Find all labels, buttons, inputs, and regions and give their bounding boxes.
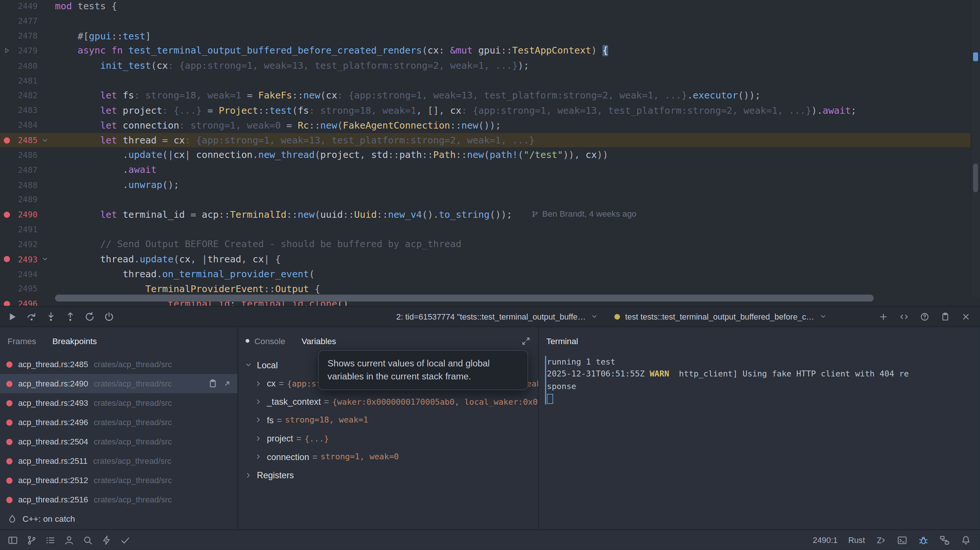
code-text[interactable]: thread.on_terminal_provider_event( bbox=[55, 268, 315, 279]
line-number[interactable]: 2495 bbox=[14, 284, 38, 293]
debugger-toggle-icon[interactable] bbox=[918, 535, 929, 545]
line-number[interactable]: 2480 bbox=[14, 61, 38, 70]
breakpoint-list-item[interactable]: acp_thread.rs:2490crates/acp_thread/src bbox=[0, 374, 237, 393]
fold-chevron-icon[interactable] bbox=[38, 136, 52, 144]
exception-breakpoint-row[interactable]: C++: on catch bbox=[8, 514, 75, 524]
language-selector[interactable]: Rust bbox=[848, 535, 865, 544]
code-line[interactable]: 2484 let connection: strong=1, weak=0 = … bbox=[0, 118, 971, 133]
line-number[interactable]: 2492 bbox=[14, 240, 38, 249]
tab-variables[interactable]: Variables bbox=[302, 336, 336, 346]
terminal-output[interactable]: running 1 test2025-12-31T06:51:55Z WARN … bbox=[547, 356, 977, 529]
code-line[interactable]: 2480 init_test(cx: {app:strong=1, weak=1… bbox=[0, 58, 971, 73]
notifications-bell-icon[interactable] bbox=[961, 535, 972, 545]
tab-breakpoints[interactable]: Breakpoints bbox=[52, 336, 97, 346]
breakpoint-list-item[interactable]: acp_thread.rs:2485crates/acp_thread/src bbox=[0, 355, 237, 374]
close-panel-button[interactable] bbox=[957, 308, 974, 325]
terminal-toggle-icon[interactable] bbox=[897, 535, 908, 545]
code-editor[interactable]: 2449mod tests {24772478 #[gpui::test]247… bbox=[0, 0, 980, 306]
edit-prediction-icon[interactable] bbox=[875, 535, 886, 545]
line-number[interactable]: 2490 bbox=[14, 210, 38, 219]
tab-terminal[interactable]: Terminal bbox=[546, 336, 578, 346]
search-icon[interactable] bbox=[83, 535, 93, 545]
breakpoint-list-item[interactable]: acp_thread.rs:2511crates/acp_thread/src bbox=[0, 451, 237, 471]
fold-chevron-icon[interactable] bbox=[38, 255, 52, 263]
line-number[interactable]: 2496 bbox=[14, 299, 38, 306]
code-text[interactable]: thread.update(cx, |thread, cx| { bbox=[55, 254, 281, 265]
stop-button[interactable] bbox=[100, 308, 117, 325]
restart-button[interactable] bbox=[81, 308, 97, 325]
code-line[interactable]: 2492 // Send Output BEFORE Created - sho… bbox=[0, 237, 971, 252]
code-text[interactable]: let project: {...} = Project::test(fs: s… bbox=[55, 105, 856, 116]
code-line[interactable]: 2478 #[gpui::test] bbox=[0, 29, 971, 43]
breakpoint-dot[interactable] bbox=[0, 301, 14, 306]
variable-row[interactable]: _task_context={waker:0x0000000170005ab0,… bbox=[238, 392, 538, 411]
line-number[interactable]: 2482 bbox=[14, 91, 38, 100]
line-number[interactable]: 2478 bbox=[14, 31, 38, 41]
line-number[interactable]: 2477 bbox=[14, 16, 38, 25]
code-text[interactable]: mod tests { bbox=[55, 1, 117, 12]
code-text[interactable]: TerminalProviderEvent::Output { bbox=[55, 284, 320, 295]
line-number[interactable]: 2493 bbox=[14, 255, 38, 264]
line-number[interactable]: 2489 bbox=[14, 195, 38, 204]
code-line[interactable]: 2493 thread.update(cx, |thread, cx| { bbox=[0, 252, 971, 267]
agent-flow-icon[interactable] bbox=[939, 535, 950, 545]
line-number[interactable]: 2485 bbox=[14, 136, 38, 145]
code-text[interactable]: .await bbox=[55, 164, 157, 175]
outline-list-icon[interactable] bbox=[45, 535, 56, 545]
copy-button[interactable] bbox=[937, 308, 953, 325]
vertical-scrollbar[interactable] bbox=[971, 0, 980, 297]
code-line[interactable]: 2482 let fs: strong=18, weak=1 = FakeFs:… bbox=[0, 88, 971, 103]
code-text[interactable]: init_test(cx: {app:strong=1, weak=13, te… bbox=[55, 60, 529, 71]
code-line[interactable]: 2490 let terminal_id = acp::TerminalId::… bbox=[0, 207, 971, 222]
collab-icon[interactable] bbox=[64, 535, 75, 545]
session-dropdown[interactable]: test tests::test_terminal_output_buffere… bbox=[615, 312, 827, 321]
variable-row[interactable]: connection=strong=1, weak=0 bbox=[238, 447, 538, 466]
code-text[interactable]: let connection: strong=1, weak=0 = Rc::n… bbox=[55, 120, 501, 131]
code-line[interactable]: 2494 thread.on_terminal_provider_event( bbox=[0, 267, 971, 282]
breakpoint-dot[interactable] bbox=[0, 256, 14, 262]
scrollbar-thumb[interactable] bbox=[973, 163, 978, 192]
code-button[interactable] bbox=[896, 308, 912, 325]
code-line[interactable]: 2485 let thread = cx: {app:strong=1, wea… bbox=[0, 133, 971, 147]
tab-console[interactable]: Console bbox=[255, 336, 285, 346]
new-session-button[interactable] bbox=[875, 308, 891, 325]
code-text[interactable]: .update(|cx| connection.new_thread(proje… bbox=[55, 149, 608, 160]
breakpoint-list-item[interactable]: acp_thread.rs:2496crates/acp_thread/src bbox=[0, 412, 237, 432]
code-line[interactable]: 2488 .unwrap(); bbox=[0, 177, 971, 192]
line-number[interactable]: 2488 bbox=[14, 180, 38, 190]
expand-panel-button[interactable] bbox=[521, 336, 531, 346]
breakpoint-list-item[interactable]: acp_thread.rs:2516crates/acp_thread/src bbox=[0, 490, 237, 509]
thread-dropdown[interactable]: 2: tid=61537774 "tests::test_terminal_ou… bbox=[396, 312, 598, 321]
step-over-button[interactable] bbox=[23, 308, 40, 325]
help-button[interactable] bbox=[916, 308, 933, 325]
step-out-button[interactable] bbox=[62, 308, 78, 325]
code-line[interactable]: 2487 .await bbox=[0, 162, 971, 177]
code-line[interactable]: 2489 bbox=[0, 192, 971, 207]
continue-button[interactable] bbox=[4, 308, 20, 325]
code-line[interactable]: 2495 TerminalProviderEvent::Output { bbox=[0, 282, 971, 296]
code-line[interactable]: 2483 let project: {...} = Project::test(… bbox=[0, 103, 971, 118]
breakpoint-list-item[interactable]: acp_thread.rs:2512crates/acp_thread/src bbox=[0, 471, 237, 490]
step-into-button[interactable] bbox=[42, 308, 59, 325]
code-line[interactable]: 2486 .update(|cx| connection.new_thread(… bbox=[0, 147, 971, 162]
run-test-icon[interactable] bbox=[0, 47, 14, 55]
line-number[interactable]: 2486 bbox=[14, 151, 38, 160]
line-number[interactable]: 2479 bbox=[14, 46, 38, 55]
code-line[interactable]: 2477 bbox=[0, 14, 971, 29]
variable-row[interactable]: project={...} bbox=[238, 429, 538, 447]
code-text[interactable]: let terminal_id = acp::TerminalId::new(u… bbox=[55, 209, 636, 220]
code-line[interactable]: 2479 async fn test_terminal_output_buffe… bbox=[0, 43, 971, 58]
code-text[interactable]: let fs: strong=18, weak=1 = FakeFs::new(… bbox=[55, 90, 760, 101]
line-number[interactable]: 2494 bbox=[14, 269, 38, 279]
code-line[interactable]: 2491 bbox=[0, 222, 971, 237]
breakpoint-list-item[interactable]: acp_thread.rs:2493crates/acp_thread/src bbox=[0, 393, 237, 412]
line-number[interactable]: 2484 bbox=[14, 120, 38, 130]
line-number[interactable]: 2483 bbox=[14, 106, 38, 115]
code-text[interactable]: // Send Output BEFORE Created - should b… bbox=[55, 239, 461, 250]
line-number[interactable]: 2449 bbox=[14, 2, 38, 11]
code-text[interactable]: .unwrap(); bbox=[55, 179, 179, 190]
zap-icon[interactable] bbox=[101, 535, 112, 545]
cursor-position[interactable]: 2490:1 bbox=[813, 535, 838, 544]
variable-row[interactable]: fs=strong=18, weak=1 bbox=[238, 411, 538, 429]
code-line[interactable]: 2481 bbox=[0, 73, 971, 88]
